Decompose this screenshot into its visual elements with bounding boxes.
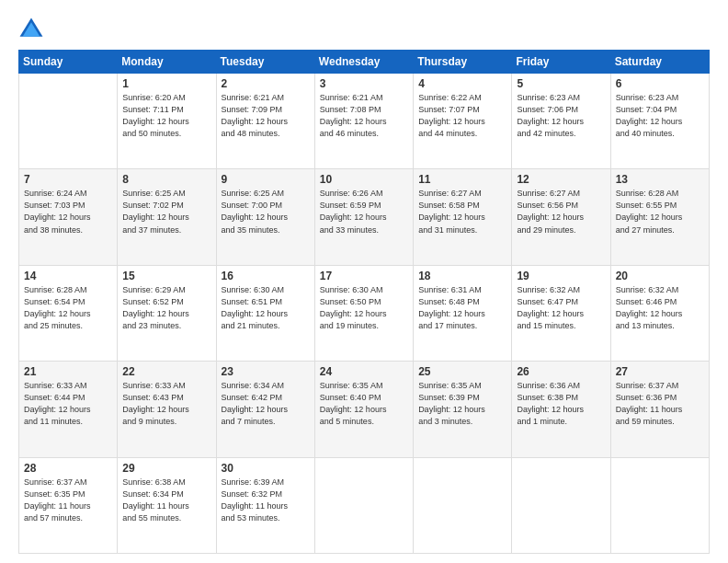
day-number: 1 — [122, 77, 210, 90]
calendar-cell: 20Sunrise: 6:32 AM Sunset: 6:46 PM Dayli… — [610, 265, 709, 361]
day-info: Sunrise: 6:31 AM Sunset: 6:48 PM Dayligh… — [418, 284, 506, 332]
day-number: 2 — [222, 77, 310, 90]
day-info: Sunrise: 6:35 AM Sunset: 6:39 PM Dayligh… — [418, 380, 506, 428]
calendar-cell: 8Sunrise: 6:25 AM Sunset: 7:02 PM Daylig… — [118, 169, 216, 265]
day-number: 16 — [222, 270, 310, 282]
calendar-cell: 28Sunrise: 6:37 AM Sunset: 6:35 PM Dayli… — [19, 457, 118, 553]
day-number: 17 — [320, 270, 408, 282]
page-header — [18, 17, 710, 42]
day-info: Sunrise: 6:37 AM Sunset: 6:35 PM Dayligh… — [24, 477, 112, 524]
day-number: 4 — [418, 77, 506, 90]
day-info: Sunrise: 6:29 AM Sunset: 6:52 PM Dayligh… — [122, 284, 210, 332]
calendar-cell: 24Sunrise: 6:35 AM Sunset: 6:40 PM Dayli… — [314, 362, 413, 457]
day-number: 13 — [616, 173, 704, 186]
logo-icon — [18, 17, 44, 42]
day-info: Sunrise: 6:35 AM Sunset: 6:40 PM Dayligh… — [320, 380, 408, 428]
day-info: Sunrise: 6:28 AM Sunset: 6:55 PM Dayligh… — [616, 188, 704, 236]
calendar-cell: 17Sunrise: 6:30 AM Sunset: 6:50 PM Dayli… — [314, 265, 413, 361]
day-number: 10 — [320, 173, 408, 186]
calendar-cell: 29Sunrise: 6:38 AM Sunset: 6:34 PM Dayli… — [118, 457, 216, 553]
calendar-cell: 25Sunrise: 6:35 AM Sunset: 6:39 PM Dayli… — [414, 362, 512, 457]
calendar-week-row: 21Sunrise: 6:33 AM Sunset: 6:44 PM Dayli… — [19, 362, 710, 457]
calendar-cell: 7Sunrise: 6:24 AM Sunset: 7:03 PM Daylig… — [19, 169, 118, 265]
day-info: Sunrise: 6:30 AM Sunset: 6:51 PM Dayligh… — [222, 284, 310, 332]
day-number: 20 — [616, 270, 704, 282]
day-info: Sunrise: 6:27 AM Sunset: 6:56 PM Dayligh… — [517, 188, 605, 236]
day-info: Sunrise: 6:32 AM Sunset: 6:47 PM Dayligh… — [517, 284, 605, 332]
weekday-header: Sunday — [19, 51, 118, 74]
day-info: Sunrise: 6:32 AM Sunset: 6:46 PM Dayligh… — [616, 284, 704, 332]
day-info: Sunrise: 6:28 AM Sunset: 6:54 PM Dayligh… — [24, 284, 112, 332]
day-info: Sunrise: 6:20 AM Sunset: 7:11 PM Dayligh… — [122, 92, 210, 140]
day-info: Sunrise: 6:34 AM Sunset: 6:42 PM Dayligh… — [222, 380, 310, 428]
day-number: 27 — [616, 365, 704, 378]
logo — [18, 17, 48, 42]
calendar-cell: 10Sunrise: 6:26 AM Sunset: 6:59 PM Dayli… — [314, 169, 413, 265]
calendar-cell: 19Sunrise: 6:32 AM Sunset: 6:47 PM Dayli… — [512, 265, 610, 361]
day-info: Sunrise: 6:22 AM Sunset: 7:07 PM Dayligh… — [418, 92, 506, 140]
calendar-cell: 2Sunrise: 6:21 AM Sunset: 7:09 PM Daylig… — [216, 74, 314, 169]
calendar-cell — [314, 457, 413, 553]
calendar-cell: 26Sunrise: 6:36 AM Sunset: 6:38 PM Dayli… — [512, 362, 610, 457]
calendar-week-row: 7Sunrise: 6:24 AM Sunset: 7:03 PM Daylig… — [19, 169, 710, 265]
day-info: Sunrise: 6:25 AM Sunset: 7:00 PM Dayligh… — [222, 188, 310, 236]
day-info: Sunrise: 6:26 AM Sunset: 6:59 PM Dayligh… — [320, 188, 408, 236]
day-number: 9 — [222, 173, 310, 186]
calendar-cell: 3Sunrise: 6:21 AM Sunset: 7:08 PM Daylig… — [314, 74, 413, 169]
calendar-cell: 9Sunrise: 6:25 AM Sunset: 7:00 PM Daylig… — [216, 169, 314, 265]
day-number: 23 — [222, 365, 310, 378]
day-number: 7 — [24, 173, 112, 186]
day-number: 29 — [122, 462, 210, 475]
day-number: 8 — [122, 173, 210, 186]
day-number: 5 — [517, 77, 605, 90]
day-info: Sunrise: 6:27 AM Sunset: 6:58 PM Dayligh… — [418, 188, 506, 236]
day-number: 6 — [616, 77, 704, 90]
day-info: Sunrise: 6:33 AM Sunset: 6:43 PM Dayligh… — [122, 380, 210, 428]
calendar-cell: 11Sunrise: 6:27 AM Sunset: 6:58 PM Dayli… — [414, 169, 512, 265]
calendar-cell: 14Sunrise: 6:28 AM Sunset: 6:54 PM Dayli… — [19, 265, 118, 361]
day-info: Sunrise: 6:21 AM Sunset: 7:09 PM Dayligh… — [222, 92, 310, 140]
calendar-cell: 13Sunrise: 6:28 AM Sunset: 6:55 PM Dayli… — [610, 169, 709, 265]
calendar-cell: 30Sunrise: 6:39 AM Sunset: 6:32 PM Dayli… — [216, 457, 314, 553]
day-info: Sunrise: 6:23 AM Sunset: 7:06 PM Dayligh… — [517, 92, 605, 140]
day-number: 18 — [418, 270, 506, 282]
day-info: Sunrise: 6:23 AM Sunset: 7:04 PM Dayligh… — [616, 92, 704, 140]
calendar-week-row: 28Sunrise: 6:37 AM Sunset: 6:35 PM Dayli… — [19, 457, 710, 553]
calendar-cell — [19, 74, 118, 169]
day-number: 22 — [122, 365, 210, 378]
day-number: 30 — [222, 462, 310, 475]
calendar-cell: 21Sunrise: 6:33 AM Sunset: 6:44 PM Dayli… — [19, 362, 118, 457]
calendar-cell: 4Sunrise: 6:22 AM Sunset: 7:07 PM Daylig… — [414, 74, 512, 169]
day-number: 12 — [517, 173, 605, 186]
calendar-cell: 23Sunrise: 6:34 AM Sunset: 6:42 PM Dayli… — [216, 362, 314, 457]
calendar-cell: 15Sunrise: 6:29 AM Sunset: 6:52 PM Dayli… — [118, 265, 216, 361]
weekday-header: Thursday — [414, 51, 512, 74]
calendar-week-row: 14Sunrise: 6:28 AM Sunset: 6:54 PM Dayli… — [19, 265, 710, 361]
day-number: 24 — [320, 365, 408, 378]
day-number: 19 — [517, 270, 605, 282]
weekday-header: Wednesday — [314, 51, 413, 74]
day-number: 15 — [122, 270, 210, 282]
calendar-cell: 16Sunrise: 6:30 AM Sunset: 6:51 PM Dayli… — [216, 265, 314, 361]
calendar-header-row: SundayMondayTuesdayWednesdayThursdayFrid… — [19, 51, 710, 74]
calendar-cell — [610, 457, 709, 553]
weekday-header: Tuesday — [216, 51, 314, 74]
calendar-table: SundayMondayTuesdayWednesdayThursdayFrid… — [18, 50, 710, 554]
day-info: Sunrise: 6:37 AM Sunset: 6:36 PM Dayligh… — [616, 380, 704, 428]
calendar-cell — [414, 457, 512, 553]
calendar-cell: 22Sunrise: 6:33 AM Sunset: 6:43 PM Dayli… — [118, 362, 216, 457]
calendar-cell — [512, 457, 610, 553]
weekday-header: Saturday — [610, 51, 709, 74]
day-info: Sunrise: 6:30 AM Sunset: 6:50 PM Dayligh… — [320, 284, 408, 332]
calendar-week-row: 1Sunrise: 6:20 AM Sunset: 7:11 PM Daylig… — [19, 74, 710, 169]
day-number: 28 — [24, 462, 112, 475]
day-info: Sunrise: 6:38 AM Sunset: 6:34 PM Dayligh… — [122, 477, 210, 524]
day-number: 21 — [24, 365, 112, 378]
day-number: 25 — [418, 365, 506, 378]
calendar-cell: 27Sunrise: 6:37 AM Sunset: 6:36 PM Dayli… — [610, 362, 709, 457]
weekday-header: Friday — [512, 51, 610, 74]
calendar-cell: 1Sunrise: 6:20 AM Sunset: 7:11 PM Daylig… — [118, 74, 216, 169]
calendar-cell: 5Sunrise: 6:23 AM Sunset: 7:06 PM Daylig… — [512, 74, 610, 169]
day-number: 14 — [24, 270, 112, 282]
day-info: Sunrise: 6:21 AM Sunset: 7:08 PM Dayligh… — [320, 92, 408, 140]
